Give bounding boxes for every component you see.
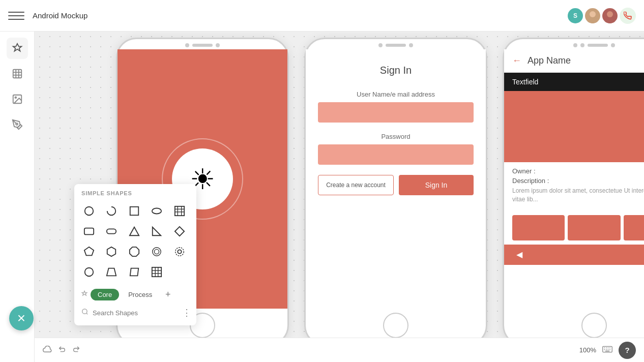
shape-rounded-rect[interactable] [79, 222, 99, 241]
svg-point-3 [605, 17, 615, 23]
fab-icon: × [17, 311, 25, 325]
svg-point-1 [588, 17, 598, 23]
shape-circle2[interactable] [79, 262, 99, 282]
svg-marker-33 [107, 268, 116, 276]
shape-gear[interactable] [170, 242, 189, 261]
app-image [504, 91, 644, 162]
svg-point-31 [175, 248, 184, 256]
shape-circle-thin[interactable] [147, 242, 166, 261]
avatar-group: S [568, 8, 636, 24]
sidebar-shapes[interactable] [7, 38, 28, 59]
shape-triangle[interactable] [125, 222, 144, 241]
svg-point-32 [85, 268, 94, 277]
sidebar-image[interactable] [7, 88, 28, 110]
svg-rect-4 [13, 70, 21, 78]
footer-back-icon[interactable]: ◀ [516, 250, 522, 259]
shape-table[interactable] [170, 201, 189, 221]
shape-ellipse[interactable] [147, 201, 166, 221]
svg-rect-20 [84, 228, 94, 235]
shape-grid[interactable] [147, 262, 166, 282]
sidebar-frame[interactable] [7, 63, 28, 84]
svg-marker-24 [174, 227, 184, 236]
shapes-search: ⋮ [74, 304, 196, 321]
svg-point-0 [590, 11, 596, 17]
tile-2 [568, 215, 620, 240]
svg-rect-13 [130, 207, 139, 216]
bottom-bar: 100% ? [35, 338, 644, 362]
svg-point-2 [607, 11, 613, 17]
tile-1 [512, 215, 565, 240]
create-account-button[interactable]: Create a new account [318, 175, 394, 195]
topbar: Android Mockup S [0, 0, 644, 32]
shapes-panel-header: Simple Shapes [74, 184, 196, 199]
svg-marker-25 [84, 247, 94, 256]
zoom-level: 100% [579, 346, 596, 354]
cloud-icon[interactable] [43, 346, 52, 355]
tab-process[interactable]: Process [121, 289, 159, 300]
svg-point-10 [15, 97, 16, 98]
svg-point-12 [85, 207, 94, 216]
tile-3 [624, 215, 644, 240]
fab-button[interactable]: × [9, 306, 34, 330]
shape-trapezoid[interactable] [102, 262, 121, 282]
svg-marker-34 [130, 268, 139, 276]
description-label: Description : [512, 177, 644, 185]
avatar-s: S [568, 8, 583, 23]
phone-mockup-2: Sign In User Name/e mail address Passwor… [304, 38, 487, 346]
menu-button[interactable] [8, 8, 24, 24]
app-title: Android Mockup [33, 11, 87, 20]
password-input[interactable] [318, 144, 474, 165]
appname-title: App Name [528, 55, 571, 66]
sidebar-pen[interactable] [7, 114, 28, 135]
shape-octagon[interactable] [125, 242, 144, 261]
search-more-icon[interactable]: ⋮ [182, 307, 191, 318]
redo-icon[interactable] [72, 345, 80, 355]
shape-pentagon[interactable] [79, 242, 99, 261]
shapes-grid [74, 199, 196, 284]
avatar-b [602, 8, 618, 23]
main-canvas[interactable]: ☀ Sign In User Name/e mail address Passw… [35, 32, 644, 362]
shape-pill[interactable] [102, 222, 121, 241]
svg-point-14 [152, 208, 161, 214]
shape-diamond[interactable] [170, 222, 189, 241]
back-arrow-icon[interactable]: ← [512, 55, 521, 66]
username-label: User Name/e mail address [318, 90, 474, 98]
help-button[interactable]: ? [619, 342, 636, 359]
svg-point-40 [82, 309, 87, 314]
shape-square[interactable] [125, 201, 144, 221]
svg-point-29 [155, 249, 159, 254]
svg-marker-23 [153, 227, 161, 236]
svg-point-28 [153, 248, 161, 256]
svg-rect-35 [152, 267, 161, 277]
shape-right-triangle[interactable] [147, 222, 166, 241]
signin-button[interactable]: Sign In [399, 175, 474, 195]
shapes-tabs: Core Process + [74, 284, 196, 304]
shape-arc[interactable] [102, 201, 121, 221]
tab-add-button[interactable]: + [161, 288, 174, 301]
shapes-tab-icon [80, 290, 89, 298]
undo-icon[interactable] [58, 345, 66, 355]
search-input[interactable] [93, 309, 178, 317]
lorem-text: Lorem ipsum dolor sit amet, consectetue … [512, 187, 644, 204]
svg-point-11 [16, 123, 18, 125]
shape-hexagon[interactable] [102, 242, 121, 261]
svg-marker-26 [107, 247, 116, 256]
signin-title: Sign In [318, 65, 474, 76]
shape-circle[interactable] [79, 201, 99, 221]
call-button[interactable] [620, 8, 636, 24]
keyboard-icon[interactable] [602, 346, 612, 355]
avatar-a [585, 8, 600, 23]
svg-line-41 [86, 313, 88, 315]
textfield-bar[interactable]: Textfield [504, 73, 644, 91]
svg-marker-27 [130, 247, 139, 256]
phone-mockup-3: ← App Name Textfield Owner : Description… [503, 38, 644, 346]
password-label: Password [318, 133, 474, 140]
shapes-panel: Simple Shapes [74, 184, 196, 325]
owner-label: Owner : [512, 167, 644, 175]
username-input[interactable] [318, 102, 474, 123]
shape-parallelogram[interactable] [125, 262, 144, 282]
search-icon [81, 308, 89, 317]
tab-core[interactable]: Core [91, 289, 119, 300]
svg-marker-22 [130, 227, 139, 236]
svg-rect-15 [174, 206, 184, 216]
